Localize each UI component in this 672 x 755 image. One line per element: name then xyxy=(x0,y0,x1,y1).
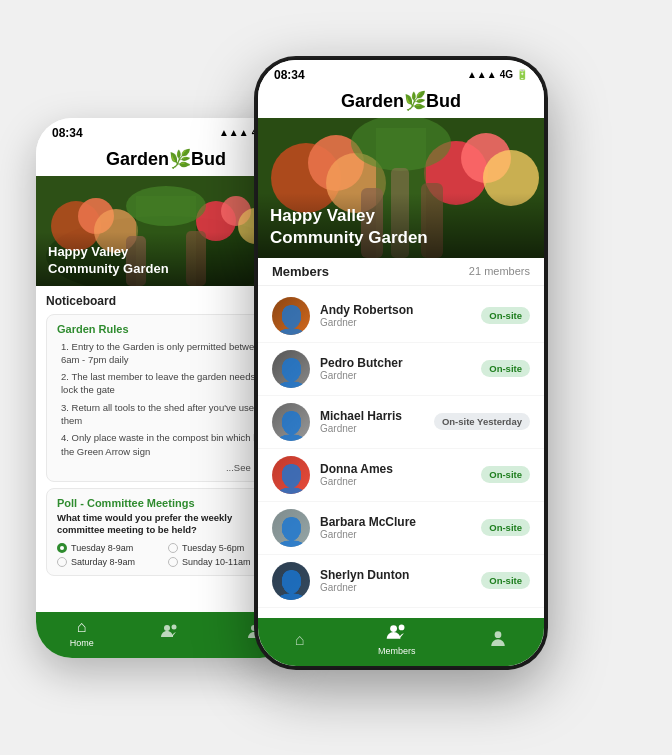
radio-empty-4[interactable] xyxy=(168,557,178,567)
svg-point-30 xyxy=(495,631,502,638)
avatar-6: 👤 xyxy=(272,562,310,600)
hero-title-left: Happy ValleyCommunity Garden xyxy=(48,244,284,278)
avatar-4: 👤 xyxy=(272,456,310,494)
poll-question: What time would you prefer the weekly co… xyxy=(57,512,275,537)
logo-leaf-left: 🌿 xyxy=(169,149,191,169)
status-badge-1: On-site xyxy=(481,307,530,324)
radio-empty-3[interactable] xyxy=(57,557,67,567)
member-row-5[interactable]: 👤 Barbara McClure Gardner On-site xyxy=(258,502,544,555)
logo-text-left: Garden🌿Bud xyxy=(106,149,226,169)
rule-3: 3. Return all tools to the shed after yo… xyxy=(57,401,275,428)
member-name-5: Barbara McClure xyxy=(320,515,471,529)
member-row-1[interactable]: 👤 Andy Robertson Gardner On-site xyxy=(258,290,544,343)
status-time-left: 08:34 xyxy=(52,126,83,140)
avatar-1: 👤 xyxy=(272,297,310,335)
profile-icon-right xyxy=(489,629,507,651)
nav-members-right[interactable]: Members xyxy=(378,624,416,656)
member-role-1: Gardner xyxy=(320,317,471,328)
poll-option-3[interactable]: Saturday 8-9am xyxy=(57,557,164,567)
rule-2: 2. The last member to leave the garden n… xyxy=(57,370,275,397)
garden-rules-title: Garden Rules xyxy=(57,323,275,335)
member-role-4: Gardner xyxy=(320,476,471,487)
status-badge-2: On-site xyxy=(481,360,530,377)
member-role-2: Gardner xyxy=(320,370,471,381)
member-role-5: Gardner xyxy=(320,529,471,540)
svg-point-9 xyxy=(126,186,206,226)
member-name-4: Donna Ames xyxy=(320,462,471,476)
member-info-2: Pedro Butcher Gardner xyxy=(320,356,471,381)
noticeboard-title: Noticeboard xyxy=(46,294,286,308)
nav-profile-right[interactable] xyxy=(489,629,507,651)
members-header-title: Members xyxy=(272,264,329,279)
poll-option-label-3: Saturday 8-9am xyxy=(71,557,135,567)
nav-members-label-right: Members xyxy=(378,646,416,656)
svg-point-12 xyxy=(164,625,170,631)
svg-point-13 xyxy=(172,624,177,629)
phones-container: 08:34 ▲▲▲ 4G 🔋 Garden🌿Bud xyxy=(36,18,636,738)
rule-4: 4. Only place waste in the compost bin w… xyxy=(57,431,275,458)
members-icon-right xyxy=(386,624,408,644)
svg-point-29 xyxy=(399,624,405,630)
radio-empty-2[interactable] xyxy=(168,543,178,553)
logo-text-right: Garden🌿Bud xyxy=(341,91,461,111)
status-badge-6: On-site xyxy=(481,572,530,589)
signal-icon: ▲▲▲ xyxy=(219,127,249,138)
poll-card: Poll - Committee Meetings What time woul… xyxy=(46,488,286,576)
member-name-3: Michael Harris xyxy=(320,409,424,423)
poll-title: Poll - Committee Meetings xyxy=(57,497,275,509)
hero-overlay-right: Happy ValleyCommunity Garden xyxy=(258,193,544,257)
member-info-5: Barbara McClure Gardner xyxy=(320,515,471,540)
members-icon-left xyxy=(161,624,179,642)
see-more-link[interactable]: ...See More xyxy=(57,462,275,473)
nav-home-label-left: Home xyxy=(70,638,94,648)
member-info-4: Donna Ames Gardner xyxy=(320,462,471,487)
poll-option-1[interactable]: Tuesday 8-9am xyxy=(57,543,164,553)
signal-icon-right: ▲▲▲ xyxy=(467,69,497,80)
member-name-6: Sherlyn Dunton xyxy=(320,568,471,582)
garden-rules-card: Garden Rules 1. Entry to the Garden is o… xyxy=(46,314,286,482)
battery-icon-right: 🔋 xyxy=(516,69,528,80)
logo-garden-right: Garden xyxy=(341,91,404,111)
logo-bud: Bud xyxy=(191,149,226,169)
status-bar-right: 08:34 ▲▲▲ 4G 🔋 xyxy=(258,60,544,86)
radio-selected-1[interactable] xyxy=(57,543,67,553)
nav-home-left[interactable]: ⌂ Home xyxy=(70,618,94,648)
network-icon-right: 4G xyxy=(500,69,513,80)
status-time-right: 08:34 xyxy=(274,68,305,82)
rule-1: 1. Entry to the Garden is only permitted… xyxy=(57,340,275,367)
home-icon-left: ⌂ xyxy=(77,618,87,636)
nav-members-left[interactable] xyxy=(161,624,179,642)
poll-options: Tuesday 8-9am Tuesday 5-6pm Saturday 8-9… xyxy=(57,543,275,567)
status-badge-4: On-site xyxy=(481,466,530,483)
member-info-3: Michael Harris Gardner xyxy=(320,409,424,434)
member-row-2[interactable]: 👤 Pedro Butcher Gardner On-site xyxy=(258,343,544,396)
home-icon-right: ⌂ xyxy=(295,631,305,649)
hero-title-right: Happy ValleyCommunity Garden xyxy=(270,205,532,249)
member-role-3: Gardner xyxy=(320,423,424,434)
svg-point-28 xyxy=(390,625,397,632)
logo-leaf-right: 🌿 xyxy=(404,91,426,111)
logo-bud-right: Bud xyxy=(426,91,461,111)
hero-image-right: Happy ValleyCommunity Garden xyxy=(258,118,544,258)
nav-home-right[interactable]: ⌂ xyxy=(295,631,305,649)
avatar-5: 👤 xyxy=(272,509,310,547)
phone-right: 08:34 ▲▲▲ 4G 🔋 Garden🌿Bud xyxy=(256,58,546,668)
member-role-6: Gardner xyxy=(320,582,471,593)
members-list: 👤 Andy Robertson Gardner On-site 👤 Pedro… xyxy=(258,286,544,618)
poll-option-label-2: Tuesday 5-6pm xyxy=(182,543,244,553)
member-name-1: Andy Robertson xyxy=(320,303,471,317)
bottom-nav-right: ⌂ Members xyxy=(258,618,544,666)
poll-option-label-1: Tuesday 8-9am xyxy=(71,543,133,553)
member-name-2: Pedro Butcher xyxy=(320,356,471,370)
member-row-6[interactable]: 👤 Sherlyn Dunton Gardner On-site xyxy=(258,555,544,608)
member-info-6: Sherlyn Dunton Gardner xyxy=(320,568,471,593)
app-header-right: Garden🌿Bud xyxy=(258,86,544,118)
avatar-3: 👤 xyxy=(272,403,310,441)
status-badge-5: On-site xyxy=(481,519,530,536)
member-row-4[interactable]: 👤 Donna Ames Gardner On-site xyxy=(258,449,544,502)
member-row-3[interactable]: 👤 Michael Harris Gardner On-site Yesterd… xyxy=(258,396,544,449)
avatar-2: 👤 xyxy=(272,350,310,388)
members-header: Members 21 members xyxy=(258,258,544,286)
member-info-1: Andy Robertson Gardner xyxy=(320,303,471,328)
status-icons-right: ▲▲▲ 4G 🔋 xyxy=(467,69,528,80)
